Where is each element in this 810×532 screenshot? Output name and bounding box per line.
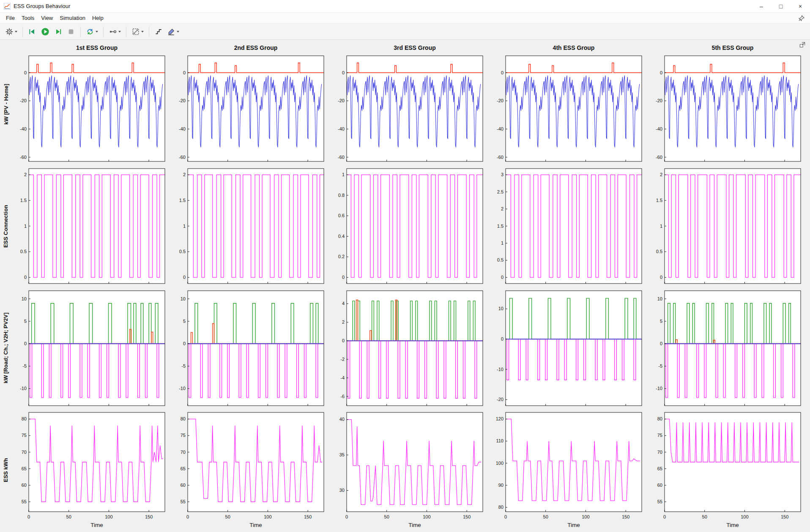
x-tick-label: 150 (622, 514, 629, 519)
plot-canvas: 420-2-4-6 (329, 287, 488, 409)
run-button[interactable] (39, 25, 52, 38)
update-loop-button[interactable] (84, 25, 100, 38)
signal-probe-button[interactable] (107, 25, 123, 38)
run-icon (41, 27, 50, 36)
dock-figure-icon[interactable] (799, 41, 807, 49)
highlight-button[interactable] (165, 25, 181, 38)
x-tick-label: 150 (304, 514, 312, 519)
dropdown-caret-icon (141, 31, 144, 33)
y-tick-label: 0.2 (338, 254, 345, 259)
subplot-r1-c1: 1st ESS Group0-20-40-60 (11, 43, 170, 165)
y-tick-label: 0 (183, 275, 186, 280)
plot-canvas: 0-20-40-60 (11, 52, 170, 165)
y-tick-label: 2 (660, 172, 662, 177)
y-tick-label: 70 (657, 450, 662, 455)
highlight-icon (167, 27, 175, 36)
step-forward-button[interactable] (52, 25, 64, 38)
settings-gear-button[interactable] (3, 25, 19, 38)
close-button[interactable]: × (791, 0, 810, 13)
x-tick-label: 100 (423, 514, 430, 519)
x-tick-label: 100 (741, 514, 748, 519)
y-tick-label: 120 (496, 416, 504, 421)
y-tick-label: 5 (660, 318, 662, 323)
y-tick-label: 110 (496, 439, 504, 444)
plot-wrap: 0-20-40-60 (329, 52, 488, 165)
y-tick-label: 10 (657, 296, 662, 301)
y-tick-label: 70 (22, 450, 27, 455)
x-tick-label: 100 (582, 514, 589, 519)
y-tick-label: 0 (501, 275, 504, 280)
x-axis-label: Time (726, 522, 739, 528)
y-tick-label: -40 (179, 126, 186, 131)
y-tick-label: -20 (179, 98, 186, 103)
y-axis-label: kW [Road; Ch.; V2H; PV2V] (3, 313, 9, 384)
stop-button[interactable] (65, 25, 77, 38)
subplot-r3-c5: 1050-5-10 (647, 287, 806, 409)
row-ylabel-cell: ESS kWh (1, 409, 11, 531)
plot-canvas: 00.511.52 (647, 165, 806, 287)
dropdown-caret-icon (118, 31, 121, 33)
dropdown-caret-icon (15, 31, 17, 33)
plots-grid: kW [PV - Home]1st ESS Group0-20-40-602nd… (1, 43, 806, 531)
x-axis-label: Time (567, 522, 580, 528)
y-tick-label: -4 (340, 375, 345, 380)
subplot-r2-c1: 00.511.52 (11, 165, 170, 287)
menu-item-file[interactable]: File (3, 14, 18, 22)
row-ylabel-cell: kW [Road; Ch.; V2H; PV2V] (1, 287, 11, 409)
y-tick-label: 55 (181, 499, 186, 504)
y-tick-label: 3 (501, 172, 504, 177)
settings-gear-icon (5, 27, 14, 36)
plot-canvas: 00.511.522.53 (488, 165, 647, 287)
y-tick-label: 65 (181, 466, 186, 471)
y-tick-label: 75 (657, 433, 662, 438)
plot-area: kW [PV - Home]1st ESS Group0-20-40-602nd… (0, 40, 810, 532)
step-signal-button[interactable] (153, 25, 164, 38)
menu-item-help[interactable]: Help (89, 14, 107, 22)
y-tick-label: 0.5 (656, 249, 662, 254)
y-tick-label: -10 (497, 366, 504, 371)
subplot-r2-c4: 00.511.522.53 (488, 165, 647, 287)
y-tick-label: -5 (181, 363, 186, 368)
toolbar (0, 24, 810, 40)
y-tick-label: -60 (20, 155, 27, 160)
row-ylabel-cell: ESS Connection (1, 165, 11, 287)
y-axis-label: kW [PV - Home] (3, 84, 9, 125)
pin-icon[interactable] (798, 14, 807, 22)
plot-wrap: 00.511.52 (170, 165, 329, 287)
plot-wrap: 1050-5-10 (11, 287, 170, 409)
x-tick-label: 0 (186, 514, 189, 519)
y-tick-label: 0 (342, 338, 345, 343)
subplot-r3-c3: 420-2-4-6 (329, 287, 488, 409)
plot-canvas: 1050-5-10 (11, 287, 170, 409)
x-axis-label: Time (408, 522, 421, 528)
y-tick-label: -20 (497, 98, 504, 103)
plot-wrap: 303540050100150Time (329, 409, 488, 531)
y-tick-label: 10 (181, 296, 186, 301)
subplot-r1-c3: 3rd ESS Group0-20-40-60 (329, 43, 488, 165)
plot-canvas: 0-20-40-60 (647, 52, 806, 165)
menu-item-tools[interactable]: Tools (18, 14, 38, 22)
subplot-r2-c3: 00.20.40.60.81 (329, 165, 488, 287)
y-tick-label: -6 (340, 393, 345, 398)
stop-icon (67, 27, 75, 36)
fit-view-button[interactable] (130, 25, 145, 38)
minimize-button[interactable]: – (752, 0, 771, 13)
y-tick-label: 1.5 (497, 223, 504, 228)
row-ylabel-cell: kW [PV - Home] (1, 43, 11, 165)
y-tick-label: 0.4 (338, 234, 345, 239)
menu-item-simulation[interactable]: Simulation (56, 14, 89, 22)
x-tick-label: 150 (145, 514, 153, 519)
subplot-r4-c4: 8090100110120050100150Time (488, 409, 647, 531)
plot-canvas: 303540050100150Time (329, 409, 488, 531)
y-tick-label: -10 (179, 386, 186, 391)
step-back-button[interactable] (26, 25, 38, 38)
x-tick-label: 0 (663, 514, 666, 519)
y-tick-label: 10 (22, 296, 27, 301)
y-tick-label: 0 (183, 341, 186, 346)
y-tick-label: 0 (24, 275, 27, 280)
menu-item-view[interactable]: View (38, 14, 56, 22)
y-tick-label: -5 (22, 363, 27, 368)
step-back-icon (28, 27, 36, 36)
plot-wrap: 100-10-20 (488, 287, 647, 409)
maximize-button[interactable]: □ (771, 0, 791, 13)
